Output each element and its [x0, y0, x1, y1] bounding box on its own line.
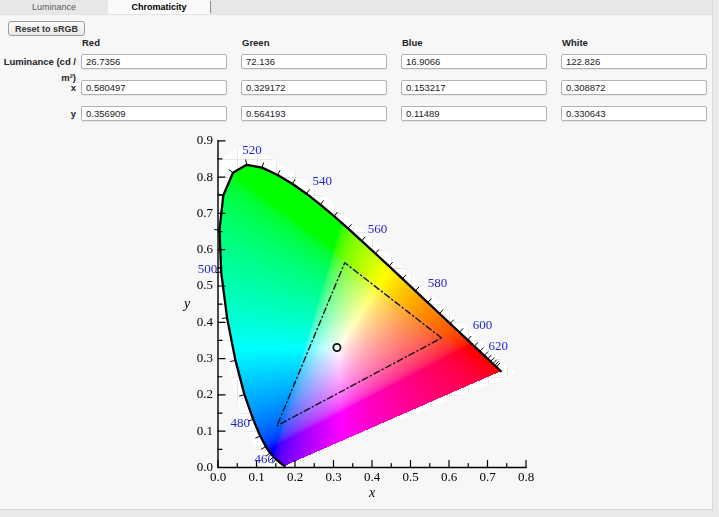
tab-luminance[interactable]: Luminance: [0, 0, 108, 14]
column-header-green: Green: [242, 37, 269, 48]
tab-separator: [210, 1, 211, 13]
white-y-input[interactable]: [561, 106, 707, 121]
tab-chromaticity[interactable]: Chromaticity: [108, 0, 210, 14]
green-luminance-input[interactable]: [241, 54, 387, 69]
reset-to-srgb-button[interactable]: Reset to sRGB: [8, 21, 85, 36]
white-x-input[interactable]: [561, 80, 707, 95]
row-label-y: y: [0, 106, 76, 122]
row-label-x: x: [0, 80, 76, 96]
app-window: Luminance Chromaticity Reset to sRGB Red…: [0, 0, 713, 510]
red-luminance-input[interactable]: [81, 54, 227, 69]
column-header-red: Red: [82, 37, 100, 48]
tab-chromaticity-label: Chromaticity: [131, 2, 186, 12]
blue-y-input[interactable]: [401, 106, 547, 121]
column-header-blue: Blue: [402, 37, 423, 48]
red-y-input[interactable]: [81, 106, 227, 121]
red-x-input[interactable]: [81, 80, 227, 95]
tab-luminance-label: Luminance: [32, 2, 76, 12]
green-x-input[interactable]: [241, 80, 387, 95]
green-y-input[interactable]: [241, 106, 387, 121]
blue-luminance-input[interactable]: [401, 54, 547, 69]
white-luminance-input[interactable]: [561, 54, 707, 69]
blue-x-input[interactable]: [401, 80, 547, 95]
tab-bar: Luminance Chromaticity: [0, 0, 712, 15]
column-header-white: White: [562, 37, 588, 48]
chromaticity-diagram[interactable]: [0, 128, 713, 510]
